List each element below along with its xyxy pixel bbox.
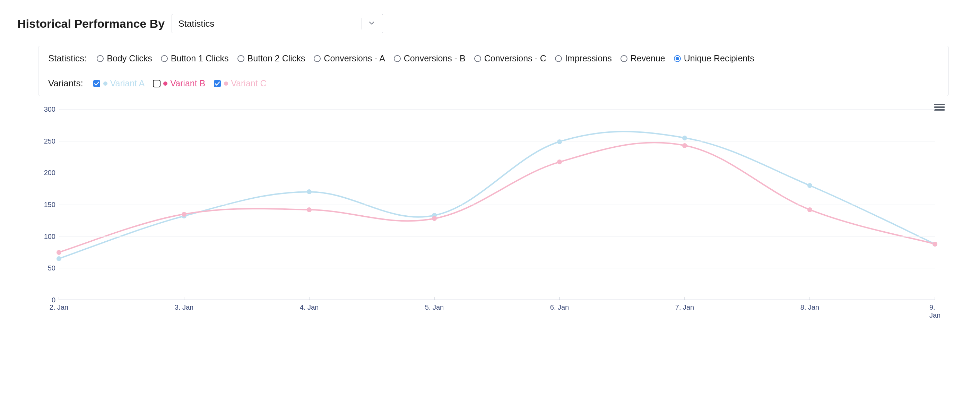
statistic-option[interactable]: Impressions	[555, 53, 612, 64]
series-point	[57, 250, 61, 255]
series-point	[932, 242, 937, 247]
x-axis-labels: 2. Jan3. Jan4. Jan5. Jan6. Jan7. Jan8. J…	[59, 300, 935, 314]
chart-area: 050100150200250300 2. Jan3. Jan4. Jan5. …	[38, 103, 949, 314]
statistic-label: Unique Recipients	[684, 53, 754, 64]
statistic-option[interactable]: Conversions - C	[474, 53, 546, 64]
chart-menu-button[interactable]	[934, 103, 945, 113]
radio-icon	[620, 55, 628, 62]
statistic-label: Impressions	[565, 53, 612, 64]
performance-by-select[interactable]: Statistics	[172, 14, 383, 33]
statistic-label: Body Clicks	[107, 53, 152, 64]
page-header: Historical Performance By Statistics	[18, 14, 963, 33]
series-point	[807, 207, 812, 212]
grid-line	[59, 173, 935, 173]
x-axis-tick	[184, 297, 185, 300]
x-axis-label: 7. Jan	[675, 303, 694, 311]
x-axis-label: 8. Jan	[800, 303, 819, 311]
statistic-option[interactable]: Button 1 Clicks	[161, 53, 229, 64]
y-axis-label: 150	[38, 201, 56, 209]
x-axis-label: 4. Jan	[300, 303, 318, 311]
statistic-label: Conversions - B	[404, 53, 466, 64]
y-axis-label: 200	[38, 169, 56, 177]
x-axis-tick	[685, 297, 685, 300]
series-line	[59, 142, 935, 252]
x-axis-label: 3. Jan	[175, 303, 193, 311]
svg-point-7	[621, 56, 627, 62]
statistic-label: Conversions - C	[484, 53, 546, 64]
series-line	[59, 131, 935, 259]
x-axis-tick	[309, 297, 310, 300]
radio-icon	[237, 55, 245, 62]
performance-by-value: Statistics	[178, 18, 214, 29]
x-axis-label: 5. Jan	[425, 303, 444, 311]
statistic-option[interactable]: Revenue	[620, 53, 665, 64]
svg-point-0	[97, 56, 103, 62]
statistic-label: Revenue	[630, 53, 665, 64]
checkbox-checked-icon	[213, 80, 221, 88]
series-point	[432, 213, 437, 218]
variant-label: Variant C	[231, 78, 266, 88]
variant-dot	[224, 81, 228, 86]
svg-rect-11	[153, 80, 160, 87]
radio-icon	[474, 55, 482, 62]
grid-line	[59, 268, 935, 268]
variant-dot	[163, 81, 167, 86]
statistics-row: Statistics: Body ClicksButton 1 ClicksBu…	[38, 46, 948, 71]
svg-point-9	[676, 57, 679, 61]
series-point	[807, 183, 812, 188]
statistic-option[interactable]: Unique Recipients	[673, 53, 754, 64]
x-axis-label: 2. Jan	[49, 303, 68, 311]
x-axis-tick	[560, 297, 560, 300]
svg-point-3	[314, 56, 320, 62]
variant-option[interactable]: Variant B	[153, 78, 205, 88]
statistic-option[interactable]: Button 2 Clicks	[237, 53, 305, 64]
y-axis-label: 250	[38, 137, 56, 145]
radio-icon	[313, 55, 321, 62]
radio-icon	[96, 55, 104, 62]
x-axis-tick	[59, 297, 59, 300]
variant-label: Variant B	[170, 78, 205, 88]
radio-icon	[555, 55, 562, 62]
svg-rect-15	[934, 109, 945, 111]
filters-panel: Statistics: Body ClicksButton 1 ClicksBu…	[38, 46, 949, 96]
radio-icon	[161, 55, 168, 62]
radio-icon	[673, 55, 681, 62]
statistic-option[interactable]: Conversions - A	[313, 53, 385, 64]
statistic-option[interactable]: Conversions - B	[393, 53, 466, 64]
variants-row: Variants: Variant AVariant BVariant C	[38, 71, 948, 96]
svg-point-2	[238, 56, 244, 62]
variant-option[interactable]: Variant A	[93, 78, 145, 88]
svg-point-5	[474, 56, 481, 62]
series-point	[557, 139, 562, 144]
svg-point-4	[394, 56, 400, 62]
series-point	[682, 143, 687, 148]
variant-dot	[103, 81, 107, 86]
series-point	[307, 207, 312, 212]
checkbox-checked-icon	[93, 80, 100, 88]
grid-line	[59, 109, 935, 110]
statistic-option[interactable]: Body Clicks	[96, 53, 152, 64]
series-point	[307, 189, 312, 194]
svg-rect-13	[934, 104, 945, 105]
statistics-label: Statistics:	[48, 53, 87, 64]
grid-line	[59, 141, 935, 142]
chevron-down-icon	[368, 18, 375, 29]
variant-label: Variant A	[110, 78, 145, 88]
series-point	[57, 256, 61, 261]
svg-rect-14	[934, 107, 945, 108]
series-point	[932, 242, 937, 247]
statistic-label: Conversions - A	[324, 53, 385, 64]
series-point	[181, 214, 186, 218]
variants-label: Variants:	[48, 78, 83, 89]
y-axis-label: 0	[38, 296, 56, 304]
series-point	[181, 212, 186, 217]
y-axis-label: 50	[38, 264, 56, 272]
x-axis-tick	[810, 297, 810, 300]
x-axis-label: 6. Jan	[550, 303, 569, 311]
statistic-label: Button 2 Clicks	[248, 53, 305, 64]
grid-line	[59, 204, 935, 205]
series-point	[557, 159, 562, 164]
y-axis-label: 100	[38, 232, 56, 240]
variant-option[interactable]: Variant C	[213, 78, 266, 88]
radio-icon	[393, 55, 401, 62]
